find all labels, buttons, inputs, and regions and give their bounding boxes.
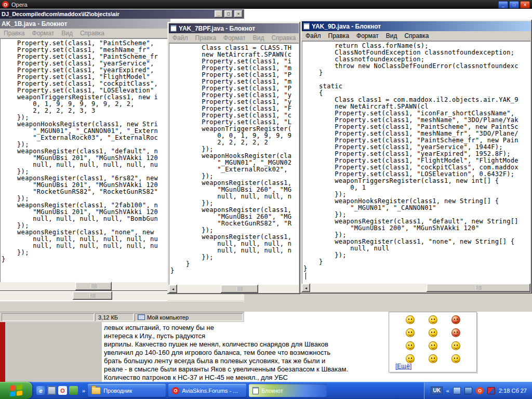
menu-format[interactable]: Формат — [29, 30, 58, 37]
lol-emoticon[interactable] — [429, 341, 437, 350]
notepad-yak9d-code[interactable]: return Class.forName(s); ClassNotFoundEx… — [302, 41, 530, 272]
scrollbar-thumb[interactable] — [75, 282, 112, 290]
forum-page-gutter — [5, 322, 102, 382]
menu-edit[interactable]: Правка — [192, 34, 220, 42]
wink-tongue-emoticon[interactable] — [406, 341, 415, 350]
quick-launch-bar: e O » — [36, 386, 85, 395]
menu-view[interactable]: Вид — [249, 34, 268, 42]
opera-logo-icon: O — [2, 1, 9, 8]
explorer-window-title: DJ_Decompiled\com\maddox\il2\objects\air — [2, 11, 213, 17]
notepad-window-yak7bpf: YAK_7BPF.java - Блокнот Файл Правка Форм… — [167, 22, 300, 294]
taskbar-button-explorer-label: Проводник — [103, 388, 132, 394]
scrollbar-thumb[interactable] — [221, 285, 258, 293]
taskbar-button-notepad-label: Блокнот — [261, 388, 283, 394]
scroll-left-icon[interactable]: ◄ — [169, 285, 177, 293]
taskbar-button-aviaskins-label: AviaSkins.Forums - ... — [182, 388, 237, 394]
menu-file[interactable]: Файл — [169, 34, 192, 42]
tongue-emoticon[interactable] — [429, 354, 437, 363]
minimize-button[interactable]: _ — [498, 1, 508, 8]
rolleyes-emoticon[interactable] — [406, 328, 415, 337]
maximize-button[interactable]: □ — [224, 10, 233, 18]
laugh-emoticon[interactable] — [429, 328, 437, 337]
display-tray-icon[interactable] — [453, 387, 461, 394]
menu-help[interactable]: Справка — [268, 34, 299, 42]
opera-window-titlebar[interactable]: O Opera _ □ ✕ — [0, 0, 532, 9]
media-player-icon[interactable] — [69, 386, 78, 395]
notepad-yak9d-title: YAK_9D.java - Блокнот — [312, 23, 381, 30]
menu-format[interactable]: Формат — [353, 32, 382, 39]
notepad-yak1b-menubar: Правка Формат Вид Справка — [0, 29, 170, 38]
menu-view[interactable]: Вид — [58, 30, 76, 37]
windows-logo-icon — [10, 384, 22, 397]
minimize-button[interactable]: _ — [215, 10, 223, 18]
taskbar-clock[interactable]: 2:18 Сб 27 — [499, 388, 527, 394]
quick-launch-overflow-icon[interactable]: » — [82, 388, 85, 394]
emoticon-panel: [Ещё] — [389, 312, 477, 373]
notepad-icon — [252, 387, 259, 394]
notepad-yak1b-title: AK_1B.java - Блокнот — [2, 20, 67, 28]
opera-caption-buttons: _ □ ✕ — [498, 1, 530, 8]
close-button[interactable]: ✕ — [520, 1, 530, 8]
notepad-yak7bpf-edit-area[interactable]: Class class1 = CLASS.TH new NetAircraft.… — [169, 43, 299, 285]
notepad-yak1b-edit-area[interactable]: Property.set(class1, "PaintScheme", Prop… — [0, 38, 170, 282]
notepad-yak1b-titlebar[interactable]: AK_1B.java - Блокнот — [0, 19, 170, 29]
notepad-yak9d-edit-area[interactable]: return Class.forName(s); ClassNotFoundEx… — [302, 41, 530, 284]
security-tray-icon[interactable] — [487, 387, 495, 394]
mad-emoticon[interactable] — [451, 328, 460, 337]
scroll-left-icon[interactable]: ◄ — [302, 284, 310, 292]
more-emoticons-link[interactable]: [Ещё] — [395, 363, 411, 370]
close-button[interactable]: ✕ — [234, 10, 243, 18]
menu-help[interactable]: Справка — [401, 32, 432, 39]
status-cell-empty — [2, 313, 94, 321]
menu-edit[interactable]: Правка — [0, 30, 29, 37]
hug-emoticon[interactable] — [451, 341, 460, 350]
opera-tray-icon[interactable]: O — [476, 387, 484, 394]
menu-view[interactable]: Вид — [382, 32, 401, 39]
band-emoticon[interactable] — [451, 354, 460, 363]
language-indicator[interactable]: UK — [431, 387, 442, 394]
opera-icon: O — [172, 387, 179, 394]
forum-page-left-stripe — [0, 322, 5, 382]
my-computer-icon — [138, 314, 145, 320]
start-button[interactable] — [0, 382, 32, 399]
tray-collapse-icon[interactable]: « — [446, 388, 449, 394]
menu-format[interactable]: Формат — [220, 34, 249, 42]
cool-emoticon[interactable] — [406, 354, 415, 363]
notepad-icon — [170, 25, 177, 32]
scrollbar-thumb[interactable] — [73, 291, 112, 300]
opera-quicklaunch-icon[interactable]: O — [58, 386, 67, 395]
taskbar-button-aviaskins[interactable]: O AviaSkins.Forums - ... — [168, 384, 246, 397]
opera-window-title: Opera — [11, 2, 28, 8]
notepad-icon — [303, 23, 310, 30]
maximize-button[interactable]: □ — [509, 1, 519, 8]
smile-emoticon[interactable] — [429, 315, 437, 324]
zone-status-label: Мой компьютер — [147, 314, 189, 321]
taskbar-button-explorer[interactable]: Проводник — [88, 384, 166, 397]
menu-file[interactable]: Файл — [302, 32, 325, 39]
taskbar: e O » Проводник O AviaSkins.Forums - ...… — [0, 382, 532, 399]
notepad-yak7bpf-code[interactable]: Class class1 = CLASS.TH new NetAircraft.… — [169, 43, 299, 274]
show-desktop-icon[interactable] — [47, 386, 56, 395]
notepad-yak1b-horizontal-scrollbar[interactable] — [0, 282, 170, 290]
taskbar-button-notepad[interactable]: Блокнот — [249, 384, 327, 397]
notepad-yak9d-titlebar[interactable]: YAK_9D.java - Блокнот — [302, 21, 530, 31]
notepad-yak7bpf-horizontal-scrollbar[interactable]: ◄ — [169, 285, 299, 293]
explorer-titlebar[interactable]: DJ_Decompiled\com\maddox\il2\objects\air… — [0, 9, 244, 19]
notepad-window-yak9d: YAK_9D.java - Блокнот Файл Правка Формат… — [300, 20, 532, 294]
notepad-window-yak1b: AK_1B.java - Блокнот Правка Формат Вид С… — [0, 19, 170, 291]
emoticon-grid — [389, 312, 476, 363]
network-tray-icon[interactable] — [464, 387, 472, 394]
zone-status: Мой компьютер — [135, 313, 243, 321]
wink-emoticon[interactable] — [406, 315, 415, 324]
crab-emoticon[interactable] — [451, 315, 460, 324]
file-size-status: 3,12 КБ — [95, 313, 134, 321]
menu-edit[interactable]: Правка — [325, 32, 353, 39]
notepad-yak7bpf-menubar: Файл Правка Формат Вид Справка — [169, 33, 299, 43]
notepad-yak1b-code[interactable]: Property.set(class1, "PaintScheme", Prop… — [0, 38, 170, 263]
notepad-yak9d-menubar: Файл Правка Формат Вид Справка — [302, 31, 530, 41]
menu-help[interactable]: Справка — [76, 30, 108, 37]
scrollbar-thumb[interactable] — [427, 284, 530, 292]
notepad-yak7bpf-titlebar[interactable]: YAK_7BPF.java - Блокнот — [169, 23, 299, 33]
internet-explorer-icon[interactable]: e — [36, 386, 45, 395]
notepad-yak9d-horizontal-scrollbar[interactable]: ◄ — [302, 284, 530, 292]
